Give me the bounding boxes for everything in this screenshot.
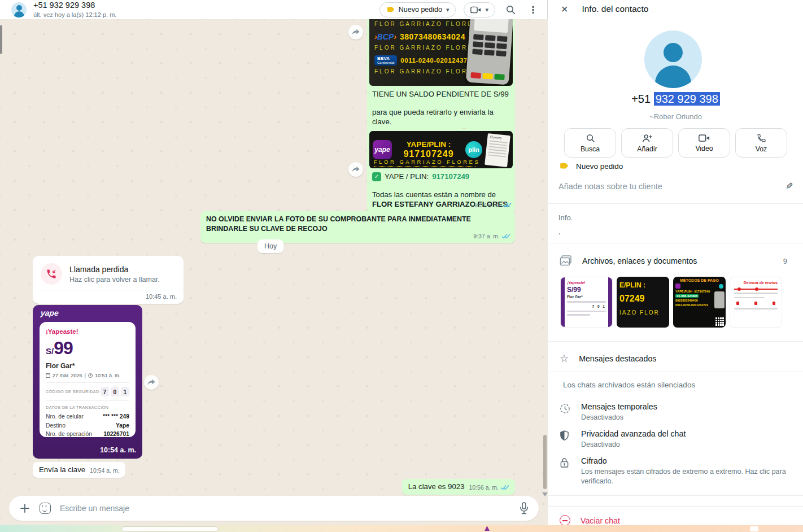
contact-avatar[interactable] bbox=[11, 2, 27, 18]
close-icon[interactable]: ✕ bbox=[561, 4, 568, 15]
order-tag-row[interactable]: Nuevo pedido bbox=[559, 162, 623, 171]
message-meta: 9:37 a. m. bbox=[474, 200, 512, 210]
attach-plus-icon[interactable] bbox=[19, 503, 30, 514]
search-button[interactable] bbox=[503, 2, 518, 17]
message-yape-plin[interactable]: yape YAPE/PLIN : 917107249 plin Flowers … bbox=[367, 129, 515, 213]
left-scrollbar-thumb[interactable] bbox=[0, 25, 2, 54]
search-chat-button[interactable]: Busca bbox=[564, 128, 616, 158]
menu-button[interactable]: ⋮ bbox=[526, 2, 540, 17]
person-icon bbox=[655, 66, 691, 88]
chat-scrollbar-thumb[interactable] bbox=[543, 435, 547, 489]
strip-artifact bbox=[485, 526, 490, 531]
setting-title: Cifrado bbox=[581, 456, 790, 465]
message-bank-accounts[interactable]: Interbank 8983303249400 FLOR GARRIAZO FL… bbox=[367, 19, 515, 141]
forward-arrow-icon bbox=[352, 166, 360, 173]
archived-chats-note: Los chats archivados están silenciados bbox=[563, 381, 695, 389]
order-status-button[interactable]: Nuevo pedido ▾ bbox=[379, 2, 456, 18]
date-divider: Hoy bbox=[258, 239, 283, 253]
receipt-payee: Flor Gar* bbox=[46, 362, 129, 370]
action-label: Añadir bbox=[637, 145, 657, 153]
bcp-logo: ›BCP› bbox=[374, 32, 396, 41]
forward-message-button[interactable] bbox=[348, 25, 363, 40]
starred-messages-row[interactable]: ☆ Mensajes destacados bbox=[560, 352, 656, 365]
action-label: Busca bbox=[581, 145, 600, 153]
plin-logo: plin bbox=[465, 141, 482, 158]
transaction-row: Nro. de celular *** *** 249 bbox=[46, 412, 129, 421]
video-camera-icon bbox=[699, 134, 710, 142]
message-text: Envía la clave bbox=[39, 465, 85, 474]
message-clave-request[interactable]: Envía la clave 10:54 a. m. bbox=[33, 462, 125, 478]
media-thumbnail-yape-plin[interactable]: E/PLIN : 07249 IAZO FLOR bbox=[617, 277, 669, 328]
caption-line: Todas las cuentas están a nombre de bbox=[372, 190, 510, 199]
account-number: 0011-0240-0201243721 bbox=[400, 57, 475, 64]
video-call-button[interactable]: ▾ bbox=[464, 2, 495, 18]
contact-action-buttons: Busca Añadir Video Voz bbox=[564, 128, 787, 158]
missed-call-texts: Llamada perdida Haz clic para volver a l… bbox=[69, 265, 160, 284]
contact-avatar-large[interactable] bbox=[644, 30, 702, 88]
message-caption: ✓ YAPE / PLIN: 917107249 Todas las cuent… bbox=[369, 168, 513, 210]
account-number: 38073480634024 bbox=[400, 32, 465, 41]
thumb-bar bbox=[567, 311, 606, 312]
message-text: NO OLVIDE ENVIAR LA FOTO DE SU COMPROBAN… bbox=[206, 215, 471, 233]
thumb-text: 04-088-424806 bbox=[675, 294, 699, 298]
receipt-title: ¡Yapeaste! bbox=[46, 328, 129, 335]
caption-line: TIENE UN SALDO PENDIENTE DE S/99 bbox=[372, 89, 510, 99]
message-clave-reply[interactable]: La clave es 9023 10:56 a. m. bbox=[402, 479, 515, 495]
thumb-progress-line bbox=[734, 289, 778, 290]
media-thumbnail-receipt[interactable]: ¡Yapeaste! S/99 Flor Gar* 7 0 1 bbox=[560, 277, 613, 328]
microphone-icon[interactable] bbox=[520, 502, 529, 514]
divider bbox=[548, 341, 803, 342]
caption-gap bbox=[372, 181, 510, 190]
message-time: 9:37 a. m. bbox=[474, 200, 501, 210]
message-yape-receipt[interactable]: yape ¡Yapeaste! S/99 Flor Gar* 27 mar. 2… bbox=[33, 305, 142, 459]
client-notes-row[interactable]: Añade notas sobre tu cliente ✎ bbox=[558, 181, 793, 191]
clock-icon bbox=[88, 373, 93, 378]
amount-value: 99 bbox=[54, 338, 73, 358]
yape-plin-image[interactable]: yape YAPE/PLIN : 917107249 plin Flowers … bbox=[369, 131, 513, 168]
transaction-row: Destino Yape bbox=[46, 421, 129, 430]
media-thumbnail-payment-methods[interactable]: MÉTODOS DE PAGO YAPE,PLIN - 917107249 04… bbox=[673, 277, 726, 328]
message-reminder[interactable]: NO OLVIDE ENVIAR LA FOTO DE SU COMPROBAN… bbox=[200, 211, 515, 243]
bank-accounts-image[interactable]: Interbank 8983303249400 FLOR GARRIAZO FL… bbox=[369, 19, 513, 86]
advanced-privacy-row[interactable]: Privacidad avanzada del chat Desactivado bbox=[560, 429, 792, 450]
bank-accounts-content: Interbank 8983303249400 FLOR GARRIAZO FL… bbox=[374, 19, 468, 77]
pos-keypad bbox=[472, 34, 507, 56]
lock-icon bbox=[560, 456, 571, 486]
emoji-sticker-icon[interactable] bbox=[40, 503, 51, 514]
last-seen: últ. vez hoy a la(s) 12:12 p. m. bbox=[33, 11, 116, 18]
missed-call-card[interactable]: Llamada perdida Haz clic para volver a l… bbox=[33, 256, 184, 304]
yape-logo: yape bbox=[373, 140, 392, 159]
divider bbox=[548, 506, 803, 507]
setting-title: Privacidad avanzada del chat bbox=[581, 429, 686, 438]
caption-line: para que pueda retirarlo y enviarla la c… bbox=[372, 107, 510, 127]
media-thumbnail-document[interactable]: Demora de envíos bbox=[730, 277, 782, 328]
message-input[interactable] bbox=[60, 504, 510, 513]
temporary-messages-row[interactable]: Mensajes temporales Desactivados bbox=[560, 402, 792, 422]
encryption-row[interactable]: Cifrado Los mensajes están cifrados de e… bbox=[560, 456, 792, 486]
add-contact-button[interactable]: Añadir bbox=[621, 128, 673, 158]
calendar-icon bbox=[46, 373, 50, 378]
forward-message-button[interactable] bbox=[144, 375, 159, 390]
contact-name: +51 932 929 398 bbox=[33, 1, 116, 10]
scrollbar-down-arrow[interactable] bbox=[542, 492, 548, 496]
whatsapp-window: +51 932 929 398 últ. vez hoy a la(s) 12:… bbox=[0, 0, 803, 532]
receipt-amount: S/99 bbox=[46, 338, 129, 359]
missed-call-title: Llamada perdida bbox=[69, 265, 160, 274]
media-links-docs-row[interactable]: Archivos, enlaces y documentos 9 bbox=[560, 255, 787, 267]
forward-message-button[interactable] bbox=[348, 162, 363, 177]
divider bbox=[548, 372, 803, 372]
voice-call-button[interactable]: Voz bbox=[735, 128, 787, 158]
thumb-text: Demora de envíos bbox=[734, 281, 778, 285]
pencil-icon[interactable]: ✎ bbox=[785, 181, 793, 191]
yape-banner-center: YAPE/PLIN : 917107249 bbox=[396, 140, 461, 159]
info-section-title: Info. bbox=[558, 213, 573, 222]
receipt-time-paid: 10:51 a. m. bbox=[95, 373, 120, 378]
video-call-button[interactable]: Video bbox=[678, 128, 730, 158]
divider bbox=[548, 203, 803, 204]
tx-value: Yape bbox=[116, 421, 129, 430]
double-check-icon bbox=[500, 485, 509, 491]
kebab-menu-icon: ⋮ bbox=[529, 4, 538, 16]
clear-chat-button[interactable]: Vaciar chat bbox=[560, 515, 620, 526]
strip-artifact bbox=[750, 526, 758, 531]
contact-header-info[interactable]: +51 932 929 398 últ. vez hoy a la(s) 12:… bbox=[33, 1, 116, 18]
